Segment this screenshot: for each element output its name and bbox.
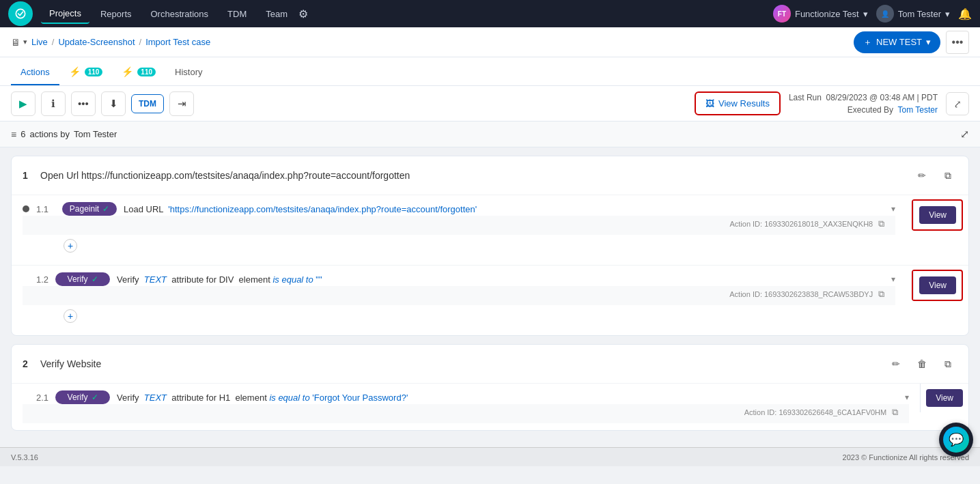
- step-number-1-1: 1.1: [36, 204, 55, 214]
- step-bullet-1-1: [23, 205, 29, 212]
- action-id-1-1: Action ID: 1693302618018_XAX3ENQKH8: [729, 220, 873, 228]
- step-chevron-1-2[interactable]: ▾: [891, 274, 895, 284]
- check-icon-1-2: ✓: [92, 274, 98, 284]
- expand-icon[interactable]: ⤢: [960, 128, 969, 141]
- view-button-1-1[interactable]: View: [919, 206, 956, 224]
- import-icon: ⇥: [178, 98, 186, 110]
- nav-item-projects[interactable]: Projects: [41, 4, 89, 24]
- view-results-label: View Results: [718, 98, 770, 109]
- add-step-button-1-2[interactable]: +: [64, 309, 77, 323]
- view-btn-col-outlined-1-1: View: [912, 199, 963, 231]
- tdm-button[interactable]: TDM: [131, 94, 164, 113]
- copy-id-icon-2-1[interactable]: ⧉: [892, 407, 898, 418]
- play-icon: ▶: [19, 98, 27, 110]
- action-id-row-2-1: Action ID: 1693302626648_6CA1AFV0HM ⧉: [23, 404, 909, 423]
- app-logo[interactable]: [8, 1, 33, 26]
- main-content: 1 Open Url https://functionizeapp.com/te…: [0, 147, 980, 447]
- breadcrumb-project[interactable]: Update-Screenshot: [58, 37, 135, 47]
- action-row-2-1: 2.1 Verify ✓ Verify TEXT attribute for H…: [12, 383, 968, 430]
- step-italic-text: TEXT: [144, 274, 167, 285]
- executed-by-label: Executed By: [848, 105, 893, 115]
- view-button-1-2[interactable]: View: [919, 276, 956, 294]
- group-1-number: 1: [23, 170, 33, 181]
- nav-item-tdm[interactable]: TDM: [219, 5, 255, 23]
- tab-history-label: History: [175, 67, 202, 77]
- copy-id-icon-1-2[interactable]: ⧉: [878, 289, 884, 300]
- tab-badge-count-1: 110: [85, 68, 103, 76]
- monitor-icon[interactable]: 🖥 ▾: [11, 37, 27, 48]
- view-results-button[interactable]: 🖼 View Results: [695, 91, 781, 115]
- breadcrumb-bar: 🖥 ▾ Live / Update-Screenshot / Import Te…: [0, 27, 980, 57]
- ellipsis-icon: •••: [952, 36, 964, 48]
- group-2-copy-icon[interactable]: ⧉: [938, 354, 957, 373]
- group-1-edit-icon[interactable]: ✏: [912, 166, 932, 185]
- check-icon-2-1: ✓: [92, 393, 98, 402]
- list-icon: ≡: [11, 129, 16, 140]
- nav-item-reports[interactable]: Reports: [92, 5, 140, 23]
- group-2-edit-icon[interactable]: ✏: [886, 354, 906, 373]
- group-1-copy-icon[interactable]: ⧉: [938, 166, 957, 185]
- action-row-1-2: 1.2 Verify ✓ Verify TEXT attribute for D…: [12, 265, 968, 335]
- group-2-title: Verify Website: [40, 358, 880, 369]
- action-group-2-header: 2 Verify Website ✏ 🗑 ⧉: [12, 345, 968, 383]
- action-row-1-1: 1.1 Pageinit ✓ Load URL 'https://functio…: [12, 195, 968, 265]
- step-badge-verify-1-2: Verify ✓: [55, 272, 110, 286]
- info-button[interactable]: ℹ: [41, 91, 66, 116]
- chat-bubble[interactable]: 💬: [939, 423, 973, 457]
- breadcrumb-sep-2: /: [139, 37, 142, 47]
- executed-by-user[interactable]: Tom Tester: [898, 105, 938, 115]
- action-row-1-2-main: 1.2 Verify ✓ Verify TEXT attribute for D…: [12, 266, 906, 335]
- nav-item-orchestrations[interactable]: Orchestrations: [143, 5, 217, 23]
- tdm-label: TDM: [139, 99, 156, 109]
- breadcrumb-test[interactable]: Import Test case: [145, 37, 210, 47]
- view-btn-col-1-2: View: [913, 271, 962, 300]
- action-row-2-1-inner: 2.1 Verify ✓ Verify TEXT attribute for H…: [23, 390, 909, 404]
- tab-badge-1[interactable]: ⚡ 110: [59, 59, 113, 85]
- new-test-button[interactable]: ＋ NEW TEST ▾: [854, 31, 940, 53]
- step-text-2-1: Verify TEXT attribute for H1 element is …: [117, 393, 898, 403]
- view-button-2-1[interactable]: View: [926, 389, 963, 407]
- step-chevron-1-1[interactable]: ▾: [891, 204, 895, 214]
- view-btn-col-1-1: View: [913, 201, 962, 229]
- group-2-number: 2: [23, 358, 33, 369]
- view-btn-col-outlined-1-2: View: [912, 270, 963, 301]
- action-row-1-1-inner: 1.1 Pageinit ✓ Load URL 'https://functio…: [23, 202, 895, 216]
- step-number-2-1: 2.1: [23, 393, 48, 403]
- nav-item-team[interactable]: Team: [257, 5, 296, 23]
- action-group-1-header: 1 Open Url https://functionizeapp.com/te…: [12, 156, 968, 195]
- action-id-1-2: Action ID: 1693302623838_RCAW53BDYJ: [729, 290, 873, 298]
- breadcrumb-chevron-icon: ▾: [23, 38, 27, 46]
- share-button[interactable]: ⤤: [946, 92, 969, 115]
- group-2-delete-icon[interactable]: 🗑: [912, 354, 932, 373]
- user-selector[interactable]: 👤 Tom Tester ▾: [876, 5, 950, 23]
- step-chevron-2-1[interactable]: ▾: [905, 393, 909, 402]
- step-italic-text-2: TEXT: [144, 393, 167, 403]
- breadcrumb-env[interactable]: Live: [31, 37, 48, 47]
- org-selector[interactable]: FT Functionize Test ▾: [773, 5, 868, 23]
- notification-bell-icon[interactable]: 🔔: [958, 8, 972, 20]
- check-icon-1-1: ✓: [102, 204, 109, 214]
- org-avatar: FT: [773, 5, 791, 23]
- play-button[interactable]: ▶: [11, 91, 36, 116]
- view-btn-col-2-1: View: [920, 384, 968, 412]
- tab-badge-count-2: 110: [137, 68, 156, 76]
- tab-history[interactable]: History: [165, 60, 212, 85]
- step-text-1-1: Load URL 'https://functionizeapp.com/tes…: [124, 204, 884, 214]
- step-number-1-2: 1.2: [23, 274, 48, 285]
- step-url-1-1: 'https://functionizeapp.com/testsites/an…: [168, 204, 477, 214]
- user-avatar: 👤: [876, 5, 894, 23]
- copy-id-icon-1-1[interactable]: ⧉: [878, 218, 884, 229]
- toolbar-right: 🖼 View Results Last Run 08/29/2023 @ 03:…: [695, 91, 969, 116]
- tab-actions[interactable]: Actions: [11, 60, 59, 85]
- breadcrumb-actions: ＋ NEW TEST ▾ •••: [854, 31, 969, 54]
- settings-icon[interactable]: ⚙: [298, 8, 308, 20]
- download-button[interactable]: ⬇: [101, 91, 126, 116]
- tab-badge-2[interactable]: ⚡ 110: [112, 59, 165, 85]
- import-button[interactable]: ⇥: [169, 91, 194, 116]
- more-options-button[interactable]: •••: [946, 31, 969, 54]
- new-test-label: NEW TEST: [876, 37, 922, 47]
- more-toolbar-button[interactable]: •••: [71, 91, 96, 116]
- top-navigation: Projects Reports Orchestrations TDM Team…: [0, 0, 980, 27]
- step-badge-pageinit: Pageinit ✓: [62, 202, 117, 216]
- add-step-button-1-1[interactable]: +: [64, 239, 77, 253]
